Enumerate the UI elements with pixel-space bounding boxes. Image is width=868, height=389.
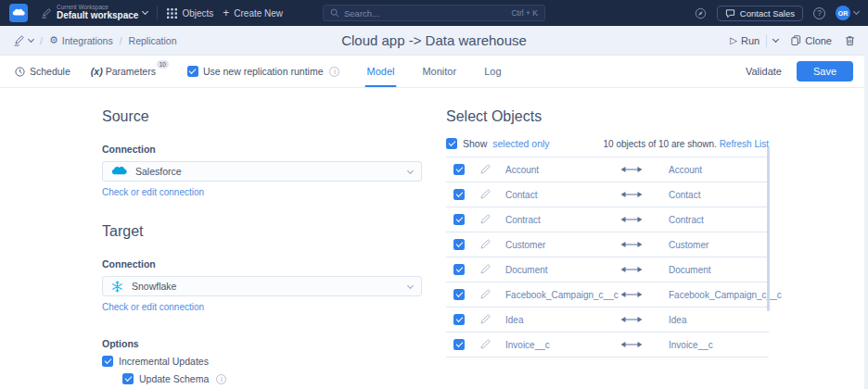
target-connection-select[interactable]: Snowflake bbox=[102, 276, 422, 296]
option-checkbox[interactable] bbox=[102, 356, 113, 367]
run-button-group: ▷ Run bbox=[730, 34, 778, 47]
runtime-checkbox[interactable] bbox=[187, 66, 198, 77]
source-object-name[interactable]: Contract bbox=[505, 215, 606, 225]
breadcrumb-replication[interactable]: Replication bbox=[129, 35, 177, 46]
breadcrumb-integrations[interactable]: ⚙ Integrations bbox=[49, 35, 113, 46]
contact-sales-button[interactable]: Contact Sales bbox=[717, 6, 803, 21]
target-object-name[interactable]: Invoice__c bbox=[669, 340, 769, 350]
source-object-name[interactable]: Customer bbox=[505, 240, 606, 250]
source-connection-select[interactable]: Salesforce bbox=[102, 161, 422, 182]
refresh-list-link[interactable]: Refresh List bbox=[720, 139, 769, 149]
page-header-bar: / ⚙ Integrations / Replication Cloud app… bbox=[0, 26, 868, 56]
compass-icon[interactable] bbox=[695, 7, 707, 19]
parameters-button[interactable]: (x) Parameters 10 bbox=[91, 66, 167, 77]
workspace-pen-button[interactable] bbox=[13, 34, 33, 46]
search-input[interactable] bbox=[344, 8, 506, 19]
main-content: Source Connection Salesforce Check or ed… bbox=[0, 88, 868, 389]
create-new-label: Create New bbox=[234, 8, 283, 19]
options-heading: Options bbox=[102, 338, 422, 349]
options-section: Options Incremental Updates Update Schem… bbox=[102, 338, 422, 389]
tab-model[interactable]: Model bbox=[364, 56, 396, 87]
schedule-button[interactable]: Schedule bbox=[15, 66, 70, 77]
row-checkbox[interactable] bbox=[453, 189, 465, 200]
objects-menu[interactable]: Objects bbox=[167, 8, 213, 19]
pen-icon bbox=[41, 7, 52, 19]
source-heading: Source bbox=[102, 108, 422, 125]
target-object-name[interactable]: Idea bbox=[669, 315, 769, 325]
row-checkbox[interactable] bbox=[453, 239, 465, 250]
search-icon bbox=[330, 8, 339, 18]
edit-pencil-icon[interactable] bbox=[479, 264, 492, 275]
help-icon[interactable]: ? bbox=[813, 7, 825, 19]
global-search[interactable]: Ctrl + K bbox=[323, 5, 545, 21]
create-new-button[interactable]: + Create New bbox=[223, 7, 283, 19]
row-checkbox[interactable] bbox=[453, 214, 465, 225]
object-row: Customer Customer bbox=[446, 232, 769, 257]
top-navbar: Current Workspace Default workspace Obje… bbox=[0, 0, 868, 26]
source-object-name[interactable]: Invoice__c bbox=[505, 340, 606, 350]
tab-monitor[interactable]: Monitor bbox=[420, 56, 458, 87]
target-connection-label: Connection bbox=[102, 258, 422, 270]
run-button[interactable]: ▷ Run bbox=[730, 35, 760, 46]
option-row: Incremental Updates bbox=[102, 356, 422, 367]
edit-pencil-icon[interactable] bbox=[479, 314, 492, 325]
target-heading: Target bbox=[102, 223, 422, 240]
clock-icon bbox=[15, 67, 25, 77]
object-row: Account Account bbox=[446, 157, 769, 182]
page-scrollbar[interactable] bbox=[864, 26, 868, 389]
app-root: Current Workspace Default workspace Obje… bbox=[0, 0, 868, 389]
edit-pencil-icon[interactable] bbox=[479, 339, 492, 350]
row-checkbox[interactable] bbox=[453, 289, 465, 300]
table-scrollbar[interactable] bbox=[767, 147, 770, 311]
option-label: Update Schema bbox=[139, 373, 209, 384]
selected-only-link[interactable]: selected only bbox=[492, 138, 549, 149]
target-object-name[interactable]: Facebook_Campaign_c__c bbox=[669, 290, 782, 300]
row-checkbox[interactable] bbox=[453, 264, 465, 275]
target-object-name[interactable]: Account bbox=[669, 165, 769, 175]
option-checkbox[interactable] bbox=[122, 373, 134, 384]
edit-pencil-icon[interactable] bbox=[479, 214, 492, 225]
app-logo[interactable] bbox=[9, 4, 28, 22]
trash-icon bbox=[845, 35, 855, 46]
source-object-name[interactable]: Account bbox=[505, 165, 606, 175]
tab-log[interactable]: Log bbox=[482, 56, 503, 87]
gear-icon: ⚙ bbox=[49, 35, 58, 45]
target-object-name[interactable]: Contact bbox=[669, 190, 769, 200]
integration-toolbar: Schedule (x) Parameters 10 Use new repli… bbox=[0, 56, 868, 88]
info-icon[interactable]: i bbox=[329, 67, 339, 77]
edit-pencil-icon[interactable] bbox=[479, 189, 492, 200]
source-object-name[interactable]: Contact bbox=[505, 190, 606, 200]
cloud-logo-icon bbox=[12, 8, 25, 18]
run-dropdown-chevron-icon[interactable] bbox=[772, 35, 779, 42]
target-object-name[interactable]: Document bbox=[669, 265, 769, 275]
validate-button[interactable]: Validate bbox=[746, 66, 782, 77]
target-edit-connection-link[interactable]: Check or edit connection bbox=[102, 302, 204, 312]
target-object-name[interactable]: Contract bbox=[669, 215, 769, 225]
edit-pencil-icon[interactable] bbox=[479, 164, 492, 175]
source-edit-connection-link[interactable]: Check or edit connection bbox=[102, 187, 204, 197]
edit-pencil-icon[interactable] bbox=[479, 239, 492, 250]
salesforce-icon bbox=[111, 166, 127, 177]
source-object-name[interactable]: Idea bbox=[505, 315, 606, 325]
target-object-name[interactable]: Customer bbox=[669, 240, 769, 250]
save-button[interactable]: Save bbox=[797, 61, 853, 82]
user-menu[interactable]: OR bbox=[836, 6, 859, 20]
clone-button[interactable]: Clone bbox=[791, 35, 832, 46]
object-count: 10 objects of 10 are shown. Refresh List bbox=[604, 139, 769, 149]
row-checkbox[interactable] bbox=[453, 164, 465, 175]
workspace-selector[interactable]: Current Workspace Default workspace bbox=[41, 5, 147, 20]
mapping-arrow-icon bbox=[619, 266, 656, 273]
grid-icon bbox=[167, 8, 177, 19]
show-selected-checkbox[interactable] bbox=[446, 138, 457, 149]
source-object-name[interactable]: Facebook_Campaign_c__c bbox=[505, 290, 606, 300]
divider bbox=[157, 6, 158, 20]
view-tabs: Model Monitor Log bbox=[364, 56, 503, 87]
delete-button[interactable] bbox=[845, 35, 855, 46]
objects-label: Objects bbox=[182, 8, 213, 19]
row-checkbox[interactable] bbox=[453, 314, 465, 325]
row-checkbox[interactable] bbox=[453, 339, 465, 350]
play-icon: ▷ bbox=[730, 35, 737, 45]
info-icon[interactable]: i bbox=[216, 374, 226, 384]
edit-pencil-icon[interactable] bbox=[479, 289, 492, 300]
source-object-name[interactable]: Document bbox=[505, 265, 606, 275]
